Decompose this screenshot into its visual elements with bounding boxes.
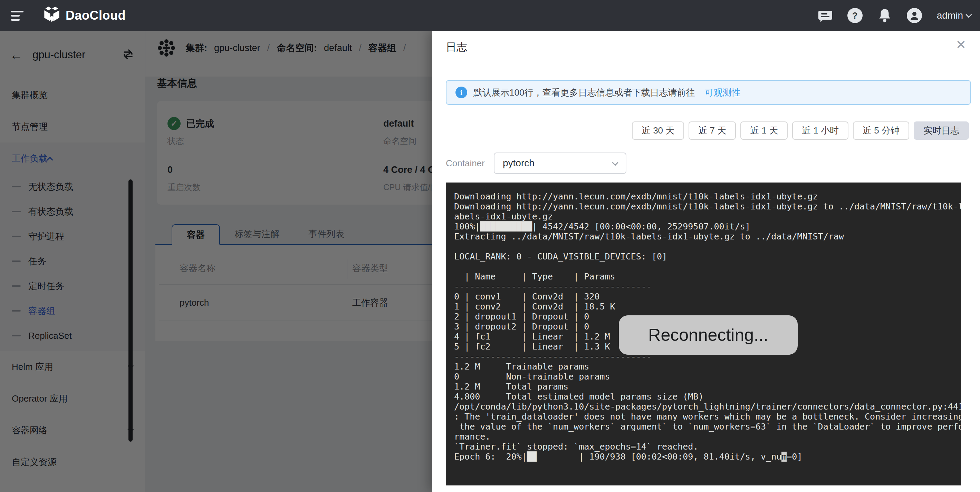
container-select-value: pytorch: [503, 158, 609, 169]
close-icon[interactable]: ✕: [956, 39, 966, 51]
log-line: the value of the `num_workers` argument`…: [454, 422, 961, 432]
reconnecting-toast: Reconnecting...: [619, 315, 798, 355]
hamburger-icon[interactable]: [11, 10, 25, 21]
log-line: 4.800 Total estimated model params size …: [454, 392, 961, 402]
username: admin: [937, 10, 963, 21]
log-line: 100%|██████████| 4542/4542 [00:00<00:00,…: [454, 222, 961, 232]
info-icon: i: [455, 87, 467, 98]
log-line: Extracting ../data/MNIST/raw/t10k-labels…: [454, 232, 961, 241]
navbar-actions: ? admin: [817, 8, 971, 24]
brand-name: DaoCloud: [65, 8, 126, 23]
log-line: [454, 241, 961, 252]
log-line-text: =0]: [787, 452, 802, 462]
time-range-buttons: 近 30 天近 7 天近 1 天近 1 小时近 5 分钟实时日志: [632, 121, 969, 140]
info-banner-text: 默认展示100行，查看更多日志信息或者下载日志请前往: [473, 87, 695, 99]
log-line: --------------------------------------: [454, 281, 961, 292]
log-line: | Name | Type | Params: [454, 271, 961, 281]
log-drawer: 日志 ✕ i 默认展示100行，查看更多日志信息或者下载日志请前往 可观测性 近…: [432, 31, 980, 492]
container-select[interactable]: pytorch: [494, 152, 627, 174]
time-button-近 7 天[interactable]: 近 7 天: [689, 121, 736, 140]
observability-link[interactable]: 可观测性: [705, 87, 740, 99]
log-line: 1.2 M Trainable params: [454, 362, 961, 371]
log-line-text: Epoch 6: 20%|█▉ | 190/938 [00:02<00:09, …: [454, 452, 781, 462]
bell-icon[interactable]: [877, 8, 892, 24]
drawer-divider: [432, 64, 980, 64]
chat-icon[interactable]: [817, 8, 833, 24]
log-terminal[interactable]: Reconnecting... Downloading http://yann.…: [446, 183, 961, 486]
info-banner: i 默认展示100行，查看更多日志信息或者下载日志请前往 可观测性: [446, 80, 971, 105]
log-line: Epoch 6: 20%|█▉ | 190/938 [00:02<00:09, …: [454, 452, 961, 462]
user-menu[interactable]: admin: [936, 10, 971, 21]
log-line: /opt/conda/lib/python3.10/site-packages/…: [454, 402, 961, 412]
log-line: : The 'train_dataloader' does not have m…: [454, 412, 961, 422]
logo-cube-icon: [43, 6, 61, 25]
log-line: [454, 262, 961, 271]
log-line: Downloading http://yann.lecun.com/exdb/m…: [454, 192, 961, 202]
log-line: 0 Non-trainable params: [454, 371, 961, 382]
time-button-近 30 天[interactable]: 近 30 天: [632, 121, 684, 140]
time-button-近 1 小时[interactable]: 近 1 小时: [792, 121, 848, 140]
log-line: 1.2 M Total params: [454, 382, 961, 392]
log-line: rmance.: [454, 432, 961, 442]
time-button-近 5 分钟[interactable]: 近 5 分钟: [853, 121, 909, 140]
log-line: 1 | conv2 | Conv2d | 18.5 K: [454, 302, 961, 311]
terminal-cursor: m: [781, 452, 787, 462]
drawer-title: 日志: [446, 40, 467, 54]
container-select-row: Container pytorch: [446, 152, 627, 174]
time-button-实时日志[interactable]: 实时日志: [914, 121, 969, 140]
help-icon[interactable]: ?: [847, 8, 863, 24]
app-root: DaoCloud ?: [0, 0, 980, 492]
container-select-label: Container: [446, 158, 494, 169]
chevron-down-icon: [612, 159, 618, 166]
log-line: Downloading http://yann.lecun.com/exdb/m…: [454, 202, 961, 211]
log-line: abels-idx1-ubyte.gz: [454, 211, 961, 222]
time-button-近 1 天[interactable]: 近 1 天: [740, 121, 788, 140]
log-line: LOCAL_RANK: 0 - CUDA_VISIBLE_DEVICES: [0…: [454, 252, 961, 262]
log-line: 0 | conv1 | Conv2d | 320: [454, 292, 961, 302]
log-line: `Trainer.fit` stopped: `max_epochs=14` r…: [454, 442, 961, 452]
chevron-down-icon: [966, 11, 972, 17]
brand[interactable]: DaoCloud: [43, 6, 126, 25]
avatar-icon[interactable]: [907, 8, 922, 24]
top-navbar: DaoCloud ?: [0, 0, 980, 31]
